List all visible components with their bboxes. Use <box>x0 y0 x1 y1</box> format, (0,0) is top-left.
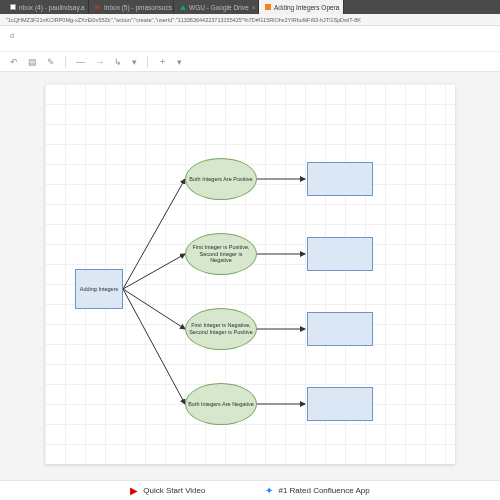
node-label: Both Integers Are Positive <box>189 176 252 183</box>
node-branch-3[interactable]: First Integer is Negative, Second Intege… <box>185 308 257 350</box>
diagram-canvas[interactable]: Adding Integers Both Integers Are Positi… <box>45 84 455 464</box>
promo-confluence[interactable]: ✦ #1 Rated Confluence App <box>265 485 369 496</box>
node-root[interactable]: Adding Integers <box>75 269 123 309</box>
svg-line-3 <box>123 289 185 404</box>
confluence-icon: ✦ <box>265 485 273 496</box>
tab-label: Inbox (5) - pmasonsocs <box>104 4 172 11</box>
editor-toolbar: ↶ ▤ ✎ — → ↳ ▾ ＋ ▾ <box>0 52 500 72</box>
promo-label: #1 Rated Confluence App <box>278 486 369 495</box>
lucid-icon <box>265 4 271 10</box>
drive-icon <box>180 4 186 10</box>
svg-line-0 <box>123 179 185 289</box>
tab-inbox-paul[interactable]: nbox (4) - paulindsay.a × <box>4 0 89 14</box>
promo-quickstart[interactable]: ▶ Quick Start Video <box>130 485 205 496</box>
undo-icon[interactable]: ↶ <box>10 57 18 67</box>
node-label: Adding Integers <box>80 286 119 293</box>
app-header: d <box>0 26 500 52</box>
node-result-1[interactable] <box>307 162 373 196</box>
node-label: First Integer is Negative, Second Intege… <box>188 322 254 335</box>
gmail-icon: M <box>95 4 101 10</box>
browser-tabstrip: nbox (4) - paulindsay.a × M Inbox (5) - … <box>0 0 500 14</box>
line-tool-icon[interactable]: — <box>76 57 85 67</box>
connector-tool-icon[interactable]: ↳ <box>114 57 122 67</box>
fill-icon[interactable]: ▤ <box>28 57 37 67</box>
node-branch-4[interactable]: Both Integers Are Negative <box>185 383 257 425</box>
toolbar-divider <box>65 56 66 68</box>
node-branch-2[interactable]: First Integer is Positive, Second Intege… <box>185 233 257 275</box>
mail-icon <box>10 4 16 10</box>
caret-down-icon[interactable]: ▾ <box>132 57 137 67</box>
header-hint: d <box>10 32 14 39</box>
canvas-area[interactable]: Adding Integers Both Integers Are Positi… <box>0 72 500 480</box>
svg-line-2 <box>123 289 185 329</box>
node-label: Both Integers Are Negative <box>188 401 254 408</box>
svg-line-1 <box>123 254 185 289</box>
tab-inbox-pmason[interactable]: M Inbox (5) - pmasonsocs × <box>89 0 174 14</box>
tab-adding-integers[interactable]: Adding Integers Opera × <box>259 0 344 14</box>
node-branch-1[interactable]: Both Integers Are Positive <box>185 158 257 200</box>
promo-label: Quick Start Video <box>143 486 205 495</box>
node-label: First Integer is Positive, Second Intege… <box>188 244 254 264</box>
omnibox[interactable]: "1cQHMZ3F21nKCIRP0Mg-xZXzEt0v552b","acti… <box>0 14 500 26</box>
close-icon[interactable]: × <box>342 4 344 11</box>
node-result-4[interactable] <box>307 387 373 421</box>
url-text: "1cQHMZ3F21nKCIRP0Mg-xZXzEt0v552b","acti… <box>6 17 361 23</box>
node-result-2[interactable] <box>307 237 373 271</box>
plus-icon[interactable]: ＋ <box>158 55 167 68</box>
tab-label: WGU - Google Drive <box>189 4 249 11</box>
promo-bar: ▶ Quick Start Video ✦ #1 Rated Confluenc… <box>0 480 500 500</box>
close-icon[interactable]: × <box>252 4 256 11</box>
pencil-icon[interactable]: ✎ <box>47 57 55 67</box>
arrow-tool-icon[interactable]: → <box>95 57 104 67</box>
node-result-3[interactable] <box>307 312 373 346</box>
toolbar-divider <box>147 56 148 68</box>
tab-label: Adding Integers Opera <box>274 4 339 11</box>
tab-wgu-drive[interactable]: WGU - Google Drive × <box>174 0 259 14</box>
tab-label: nbox (4) - paulindsay.a <box>19 4 85 11</box>
youtube-icon: ▶ <box>130 485 138 496</box>
caret-down-icon[interactable]: ▾ <box>177 57 182 67</box>
